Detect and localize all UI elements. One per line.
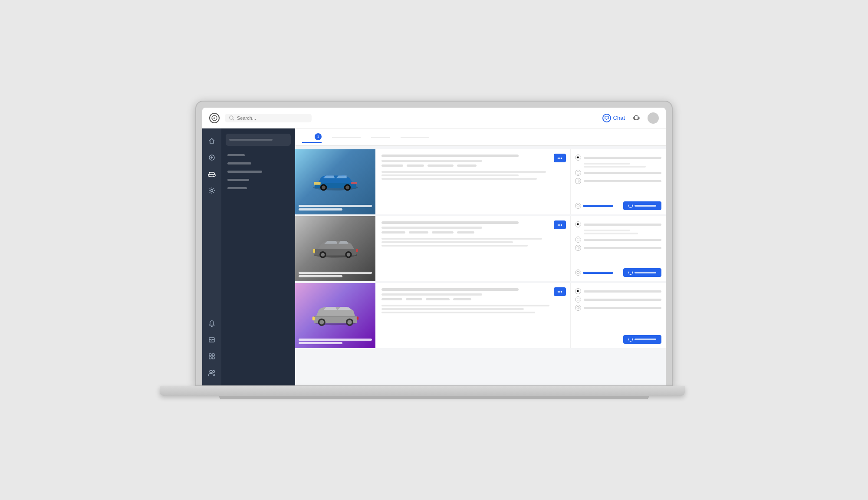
listing-subtitle-1 bbox=[381, 160, 482, 162]
right-text-3b bbox=[584, 299, 661, 301]
svg-point-13 bbox=[213, 176, 214, 177]
action-icon-2 bbox=[628, 270, 633, 275]
right-row-3a bbox=[575, 288, 661, 294]
sidebar-nav-item-4[interactable] bbox=[221, 176, 295, 184]
svg-point-20 bbox=[210, 370, 212, 373]
listing-title-1 bbox=[381, 155, 519, 157]
desc-1b bbox=[381, 174, 519, 176]
svg-rect-19 bbox=[212, 357, 214, 359]
right-text-2b bbox=[584, 239, 661, 241]
listing-subtitle-3 bbox=[381, 293, 482, 296]
caption-bar-1b bbox=[299, 208, 342, 211]
right-stack-2 bbox=[584, 230, 661, 234]
search-input[interactable] bbox=[237, 115, 302, 121]
listing-right-bottom-1 bbox=[575, 201, 661, 210]
sidebar-item-cars[interactable] bbox=[204, 167, 219, 181]
headset-icon[interactable] bbox=[632, 114, 641, 122]
sidebar-item-bar-4 bbox=[227, 179, 249, 181]
tab-2[interactable]: —————— bbox=[332, 133, 361, 141]
listing-image-1 bbox=[295, 149, 375, 214]
tab-1[interactable]: —— 1 bbox=[302, 132, 322, 143]
right-icon-search-1 bbox=[575, 155, 581, 161]
listing-right-1 bbox=[570, 149, 666, 214]
listing-title-3 bbox=[381, 288, 519, 291]
chat-button[interactable]: Chat bbox=[602, 114, 625, 122]
listing-more-btn-1[interactable]: ••• bbox=[554, 154, 566, 162]
sidebar-item-settings[interactable] bbox=[204, 183, 219, 198]
svg-rect-38 bbox=[313, 249, 315, 253]
svg-rect-39 bbox=[356, 249, 358, 252]
right-icon-refresh-3 bbox=[575, 296, 581, 303]
right-row-3c bbox=[575, 305, 661, 311]
right-sm-2a bbox=[584, 230, 630, 231]
right-icon-clock-3 bbox=[575, 305, 581, 311]
desc-3c bbox=[381, 312, 535, 313]
sidebar-nav-item-1[interactable] bbox=[221, 151, 295, 159]
listing-caption-2 bbox=[299, 272, 372, 279]
listing-more-btn-2[interactable]: ••• bbox=[554, 220, 566, 229]
sidebar-item-home[interactable] bbox=[204, 134, 219, 148]
sidebar-item-bar-1 bbox=[227, 154, 245, 156]
search-bar[interactable] bbox=[225, 114, 312, 122]
sidebar-nav-item-3[interactable] bbox=[221, 168, 295, 176]
svg-rect-53 bbox=[356, 317, 358, 320]
action-button-3[interactable] bbox=[623, 335, 661, 344]
chip-3d bbox=[453, 298, 471, 300]
avatar[interactable] bbox=[648, 112, 659, 124]
sidebar-nav-item-5[interactable] bbox=[221, 184, 295, 192]
svg-point-57 bbox=[347, 320, 352, 324]
topbar: Chat bbox=[202, 108, 666, 128]
listing-image-2 bbox=[295, 216, 375, 281]
laptop-foot bbox=[219, 396, 649, 399]
right-sm-2b bbox=[584, 233, 638, 234]
listing-image-3 bbox=[295, 283, 375, 348]
listing-row-3: ••• bbox=[295, 283, 666, 348]
sidebar-item-add[interactable] bbox=[204, 150, 219, 165]
right-text-1c bbox=[584, 180, 661, 182]
chip-2a bbox=[381, 231, 405, 234]
chip-2c bbox=[432, 231, 454, 234]
svg-rect-29 bbox=[351, 182, 357, 184]
desc-2c bbox=[381, 245, 528, 247]
right-icon-refresh-1 bbox=[575, 170, 581, 176]
right-text-1a bbox=[584, 157, 661, 159]
price-bar-2 bbox=[583, 272, 613, 274]
action-btn-text-2 bbox=[635, 272, 656, 273]
main-layout: —— 1 —————— ———— —————— bbox=[202, 128, 666, 385]
action-button-2[interactable] bbox=[623, 268, 661, 277]
chip-3b bbox=[406, 298, 422, 300]
tab-3[interactable]: ———— bbox=[371, 133, 390, 141]
desc-2a bbox=[381, 238, 542, 240]
right-icon-search-3 bbox=[575, 288, 581, 294]
right-text-2c bbox=[584, 247, 661, 249]
sidebar-nav-item-2[interactable] bbox=[221, 159, 295, 168]
tab-1-badge: 1 bbox=[315, 133, 322, 140]
chip-3a bbox=[381, 298, 402, 300]
sidebar-item-grid[interactable] bbox=[204, 349, 219, 364]
right-row-2b bbox=[575, 237, 661, 243]
sidebar-item-users[interactable] bbox=[204, 365, 219, 380]
sidebar-item-notifications[interactable] bbox=[204, 316, 219, 331]
laptop-base bbox=[160, 386, 685, 396]
action-button-1[interactable] bbox=[623, 201, 661, 210]
sidebar-item-inbox[interactable] bbox=[204, 332, 219, 347]
right-icon-refresh-2 bbox=[575, 237, 581, 243]
tab-4[interactable]: —————— bbox=[401, 133, 429, 141]
sidebar-search[interactable] bbox=[226, 134, 291, 146]
right-sm-1b bbox=[584, 166, 646, 168]
laptop-bezel: Chat bbox=[195, 101, 673, 386]
svg-point-41 bbox=[321, 253, 325, 257]
listing-right-3 bbox=[570, 283, 666, 348]
desc-1a bbox=[381, 171, 546, 173]
chat-label: Chat bbox=[613, 115, 625, 121]
right-stack-1 bbox=[584, 163, 661, 168]
listing-more-btn-3[interactable]: ••• bbox=[554, 287, 566, 296]
right-icon-search-2 bbox=[575, 221, 581, 227]
svg-rect-18 bbox=[209, 357, 211, 359]
chip-3c bbox=[426, 298, 450, 300]
sidebar-search-bar bbox=[229, 139, 273, 141]
desc-3a bbox=[381, 305, 549, 306]
svg-rect-52 bbox=[312, 317, 314, 321]
svg-line-60 bbox=[579, 292, 580, 293]
listing-right-2 bbox=[570, 216, 666, 281]
